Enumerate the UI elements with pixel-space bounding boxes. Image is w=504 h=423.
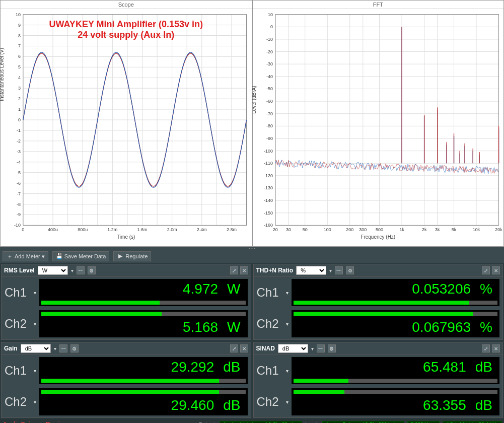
sinad-ch2-label: Ch2 bbox=[257, 395, 283, 409]
chevron-down-icon[interactable]: ▾ bbox=[286, 399, 289, 405]
sinad-header: SINAD dB ▾ 〰 ⚙ ⤢ ✕ bbox=[254, 342, 503, 355]
rms-unit-select[interactable]: W bbox=[38, 266, 68, 275]
svg-text:2k: 2k bbox=[421, 227, 426, 232]
expand-icon[interactable]: ⤢ bbox=[482, 266, 490, 274]
sinad-ch1-row: Ch1 ▾ 65.481 dB bbox=[254, 355, 503, 386]
thdn-ch2-value: 0.067963 bbox=[412, 319, 471, 335]
gain-ch2-unit: dB bbox=[223, 397, 240, 413]
svg-text:-9: -9 bbox=[17, 212, 21, 217]
thdn-ch2-row: Ch2 ▾ 0.067963 % bbox=[254, 308, 503, 339]
gain-unit-select[interactable]: dB bbox=[21, 344, 51, 353]
ac-chip[interactable]: AC (<10 Hz) - 22.4 kHz bbox=[443, 421, 502, 424]
close-icon[interactable]: ✕ bbox=[492, 266, 500, 274]
chart-icon[interactable]: 〰 bbox=[317, 344, 325, 352]
fft-ylabel: Level (dBrA) bbox=[251, 86, 256, 114]
annotation-line1: UWAYKEY Mini Amplifier (0.153v in) bbox=[1, 19, 252, 30]
add-meter-button[interactable]: ＋ Add Meter ▾ bbox=[3, 251, 48, 261]
thdn-title: THD+N Ratio bbox=[256, 267, 294, 274]
thdn-ch1-label: Ch1 bbox=[257, 286, 283, 300]
svg-text:7: 7 bbox=[18, 43, 21, 48]
save-meter-button[interactable]: 💾 Save Meter Data bbox=[52, 251, 110, 261]
sinad-unit-select[interactable]: dB bbox=[278, 344, 308, 353]
svg-text:-7: -7 bbox=[17, 191, 21, 196]
svg-text:-4: -4 bbox=[17, 160, 21, 165]
close-icon[interactable]: ✕ bbox=[240, 266, 248, 274]
rms-header: RMS Level W ▾ 〰 ⚙ ⤢ ✕ bbox=[2, 264, 251, 277]
close-icon[interactable]: ✕ bbox=[492, 344, 500, 352]
rms-ch1-unit: W bbox=[227, 281, 240, 297]
scope-chart: 0400u800u1.2m1.6m2.0m2.4m2.8m -10-9-8-7-… bbox=[1, 9, 252, 241]
svg-text:1: 1 bbox=[18, 107, 21, 112]
svg-text:-6: -6 bbox=[17, 181, 21, 186]
chevron-down-icon: ▾ bbox=[54, 346, 56, 351]
chart-icon[interactable]: 〰 bbox=[59, 344, 67, 352]
thdn-ch2-label: Ch2 bbox=[257, 317, 283, 331]
regulate-button[interactable]: ▶ Regulate bbox=[113, 251, 151, 261]
rms-ch1-bar bbox=[39, 299, 248, 306]
vrms-chip[interactable]: 5.000 Vrms bbox=[407, 421, 440, 424]
chevron-down-icon[interactable]: ▾ bbox=[34, 399, 36, 405]
svg-text:10: 10 bbox=[267, 12, 272, 17]
meters-row-2: Gain dB ▾ 〰 ⚙ ⤢ ✕ Ch1 ▾ 29.292 dB Ch2 ▾ bbox=[0, 341, 504, 419]
thdn-ch1-bar bbox=[292, 299, 500, 306]
gear-icon[interactable]: ⚙ bbox=[328, 344, 336, 352]
sinad-ch1-readout: 65.481 dB bbox=[292, 357, 500, 377]
thdn-ch2-unit: % bbox=[480, 319, 492, 335]
gear-icon[interactable]: ⚙ bbox=[88, 266, 96, 274]
gain-title: Gain bbox=[4, 345, 18, 352]
chevron-down-icon[interactable]: ▾ bbox=[286, 321, 289, 327]
svg-text:5: 5 bbox=[18, 64, 21, 69]
chevron-down-icon[interactable]: ▾ bbox=[34, 368, 36, 374]
thdn-ch2-bar bbox=[292, 310, 500, 317]
svg-text:-50: -50 bbox=[266, 86, 272, 91]
chart-icon[interactable]: 〰 bbox=[77, 266, 85, 274]
sinad-ch2-readout: 63.355 dB bbox=[292, 395, 500, 415]
chevron-down-icon[interactable]: ▾ bbox=[34, 290, 36, 296]
output-chip[interactable]: Analog Unbalanced 2 Ch, 20 ohm bbox=[220, 421, 302, 424]
svg-text:3: 3 bbox=[18, 86, 21, 91]
svg-text:2.8m: 2.8m bbox=[227, 227, 237, 232]
rms-ch1-readout: 4.972 W bbox=[39, 279, 248, 299]
chevron-down-icon[interactable]: ▾ bbox=[286, 290, 289, 296]
svg-text:-5: -5 bbox=[17, 170, 21, 175]
sinad-ch1-value: 65.481 bbox=[423, 359, 466, 375]
svg-text:10k: 10k bbox=[472, 227, 480, 232]
scope-body: UWAYKEY Mini Amplifier (0.153v in) 24 vo… bbox=[1, 9, 252, 241]
gear-icon[interactable]: ⚙ bbox=[70, 344, 79, 352]
expand-icon[interactable]: ⤢ bbox=[230, 344, 238, 352]
gain-header: Gain dB ▾ 〰 ⚙ ⤢ ✕ bbox=[2, 342, 251, 355]
chevron-down-icon[interactable]: ▾ bbox=[286, 368, 289, 374]
svg-text:-10: -10 bbox=[266, 37, 272, 42]
expand-icon[interactable]: ⤢ bbox=[482, 344, 490, 352]
close-icon[interactable]: ✕ bbox=[240, 344, 248, 352]
sinad-ch2-value: 63.355 bbox=[423, 397, 466, 413]
scope-panel: Scope UWAYKEY Mini Amplifier (0.153v in)… bbox=[0, 0, 252, 247]
play-icon: ▶ bbox=[117, 253, 124, 260]
svg-text:-100: -100 bbox=[263, 149, 272, 154]
expand-icon[interactable]: ⤢ bbox=[230, 266, 238, 274]
sinad-ch2-row: Ch2 ▾ 63.355 dB bbox=[254, 386, 503, 417]
gain-ch1-label: Ch1 bbox=[5, 364, 31, 378]
sinad-ch2-bar bbox=[292, 388, 500, 395]
plus-icon: ＋ bbox=[6, 253, 13, 260]
charts-row: Scope UWAYKEY Mini Amplifier (0.153v in)… bbox=[0, 0, 504, 247]
svg-text:5k: 5k bbox=[451, 227, 456, 232]
svg-text:400u: 400u bbox=[48, 227, 58, 232]
svg-text:3k: 3k bbox=[435, 227, 440, 232]
gain-ch2-readout: 29.460 dB bbox=[39, 395, 248, 415]
input-chip[interactable]: Analog Balanced 2 Ch, 200 kohm bbox=[322, 421, 404, 424]
svg-text:50: 50 bbox=[302, 227, 307, 232]
add-meter-label: Add Meter bbox=[15, 253, 40, 259]
save-icon: 💾 bbox=[56, 253, 63, 260]
svg-text:-70: -70 bbox=[266, 111, 272, 116]
chevron-down-icon: ▾ bbox=[329, 268, 332, 273]
thdn-unit-select[interactable]: % bbox=[296, 266, 326, 275]
gain-meter: Gain dB ▾ 〰 ⚙ ⤢ ✕ Ch1 ▾ 29.292 dB Ch2 ▾ bbox=[1, 342, 251, 418]
svg-text:-130: -130 bbox=[263, 185, 272, 190]
scope-title: Scope bbox=[1, 1, 252, 9]
svg-text:1.6m: 1.6m bbox=[137, 227, 148, 232]
chevron-down-icon[interactable]: ▾ bbox=[34, 321, 36, 327]
chart-icon[interactable]: 〰 bbox=[335, 266, 343, 274]
gear-icon[interactable]: ⚙ bbox=[346, 266, 354, 274]
annotation-line2: 24 volt supply (Aux In) bbox=[1, 30, 252, 40]
